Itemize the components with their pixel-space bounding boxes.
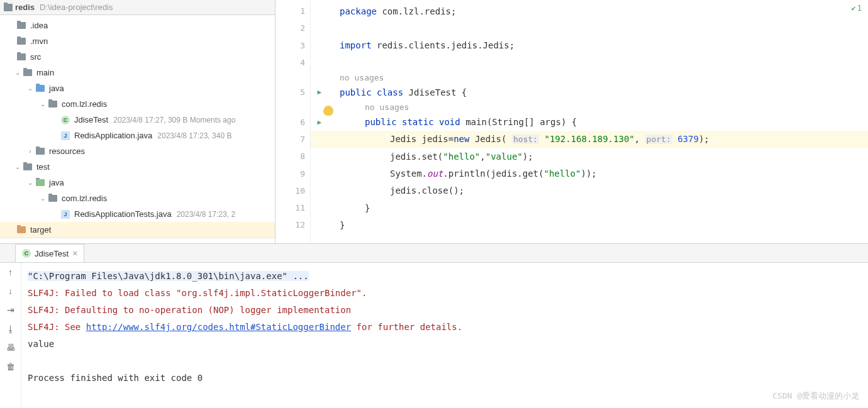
- tree-item-test-java[interactable]: ⌄java: [0, 175, 275, 190]
- tree-item-idea[interactable]: .idea: [0, 18, 275, 33]
- line-number[interactable]: 5▶: [275, 84, 310, 101]
- tree-item-src[interactable]: src: [0, 49, 275, 65]
- source-folder-icon: [36, 85, 45, 92]
- console-line: "C:\Program Files\Java\jdk1.8.0_301\bin\…: [28, 271, 309, 281]
- breadcrumb-name: redis: [15, 3, 35, 12]
- project-tree-panel: redis D:\idea-project\redis .idea .mvn s…: [0, 0, 275, 243]
- print-icon[interactable]: 🖶: [5, 342, 16, 353]
- line-number[interactable]: 9: [275, 165, 310, 182]
- console-line: SLF4J: Failed to load class "org.slf4j.i…: [28, 285, 862, 302]
- folder-icon: [17, 38, 26, 45]
- tree-item-test-package[interactable]: ⌄com.lzl.redis: [0, 190, 275, 206]
- run-toolbar: ↑ ↓ ⇥ ⭳ 🖶 🗑: [0, 263, 21, 408]
- folder-icon: [17, 53, 26, 60]
- line-number[interactable]: 4: [275, 54, 310, 71]
- run-tab-label: JdiseTest: [35, 249, 69, 258]
- folder-icon: [4, 4, 13, 11]
- resources-folder-icon: [36, 148, 45, 155]
- scroll-up-icon[interactable]: ↑: [5, 267, 16, 278]
- scroll-down-icon[interactable]: ↓: [5, 285, 16, 297]
- console-output[interactable]: "C:\Program Files\Java\jdk1.8.0_301\bin\…: [21, 263, 868, 408]
- project-tree[interactable]: .idea .mvn src ⌄main ⌄java ⌄com.lzl.redi…: [0, 15, 275, 241]
- tree-item-test[interactable]: ⌄test: [0, 159, 275, 175]
- test-folder-icon: [36, 179, 45, 186]
- intention-bulb-icon[interactable]: [323, 106, 333, 116]
- console-line: Process finished with exit code 0: [28, 370, 862, 387]
- java-file-icon: J: [61, 210, 70, 219]
- clear-icon[interactable]: 🗑: [5, 361, 16, 372]
- close-icon[interactable]: ×: [72, 248, 77, 258]
- target-folder-icon: [17, 226, 26, 233]
- line-number[interactable]: 11: [275, 199, 310, 216]
- chevron-down-icon[interactable]: ⌄: [14, 69, 21, 76]
- line-number[interactable]: 7: [275, 131, 310, 148]
- console-line: value: [28, 336, 862, 353]
- line-number[interactable]: 8: [275, 148, 310, 165]
- console-line: SLF4J: See http://www.slf4j.org/codes.ht…: [28, 319, 862, 336]
- usage-hint[interactable]: no usages: [311, 101, 868, 113]
- usage-hint[interactable]: no usages: [311, 71, 868, 84]
- java-file-icon: J: [61, 131, 70, 140]
- problems-indicator[interactable]: ✔ 1: [852, 4, 862, 13]
- code-area[interactable]: ✔ 1 package com.lzl.redis; import redis.…: [311, 0, 868, 243]
- breadcrumb-path: D:\idea-project\redis: [40, 3, 113, 12]
- tree-item-main[interactable]: ⌄main: [0, 65, 275, 80]
- tree-item-target[interactable]: target: [0, 222, 275, 238]
- package-icon: [48, 101, 57, 108]
- chevron-down-icon[interactable]: ⌄: [26, 85, 34, 92]
- chevron-right-icon[interactable]: ›: [26, 148, 34, 155]
- console-line: [28, 353, 862, 370]
- chevron-down-icon[interactable]: ⌄: [26, 179, 34, 186]
- line-number[interactable]: 12: [275, 216, 310, 233]
- run-tool-window: C JdiseTest × ↑ ↓ ⇥ ⭳ 🖶 🗑 "C:\Program Fi…: [0, 244, 868, 408]
- tree-item-redisapp[interactable]: JRedisApplication.java2023/4/8 17:23, 34…: [0, 128, 275, 143]
- folder-icon: [17, 22, 26, 29]
- soft-wrap-icon[interactable]: ⇥: [5, 304, 16, 316]
- package-icon: [48, 195, 57, 202]
- tree-item-jdisetest[interactable]: CJdiseTest2023/4/8 17:27, 309 B Moments …: [0, 112, 275, 128]
- folder-icon: [23, 163, 32, 170]
- run-tab-jdisetest[interactable]: C JdiseTest ×: [15, 244, 84, 262]
- line-number[interactable]: 2: [275, 19, 310, 36]
- watermark: CSDN @爱看动漫的小龙: [772, 387, 859, 404]
- folder-icon: [23, 69, 32, 76]
- editor-gutter[interactable]: 1 2 3 4 5▶ 6▶ 7 8 9 10 11 12: [275, 0, 311, 243]
- line-number[interactable]: 6▶: [275, 113, 310, 130]
- code-editor[interactable]: 1 2 3 4 5▶ 6▶ 7 8 9 10 11 12 ✔ 1 package…: [275, 0, 868, 243]
- console-line: SLF4J: Defaulting to no-operation (NOP) …: [28, 302, 862, 319]
- chevron-down-icon[interactable]: ⌄: [39, 101, 47, 108]
- breadcrumb[interactable]: redis D:\idea-project\redis: [0, 0, 275, 15]
- line-number[interactable]: 10: [275, 182, 310, 199]
- scroll-to-end-icon[interactable]: ⭳: [5, 323, 16, 334]
- run-tabs: C JdiseTest ×: [0, 244, 868, 263]
- class-icon: C: [61, 116, 70, 124]
- console-link[interactable]: http://www.slf4j.org/codes.html#StaticLo…: [86, 322, 351, 332]
- tree-item-mvn[interactable]: .mvn: [0, 33, 275, 49]
- class-icon: C: [22, 249, 31, 258]
- tree-item-java[interactable]: ⌄java: [0, 80, 275, 96]
- tree-item-redistests[interactable]: JRedisApplicationTests.java2023/4/8 17:2…: [0, 206, 275, 222]
- chevron-down-icon[interactable]: ⌄: [14, 163, 21, 170]
- line-number[interactable]: 1: [275, 3, 310, 19]
- tree-item-package[interactable]: ⌄com.lzl.redis: [0, 96, 275, 112]
- line-number[interactable]: 3: [275, 37, 310, 54]
- tree-item-resources[interactable]: ›resources: [0, 143, 275, 159]
- chevron-down-icon[interactable]: ⌄: [39, 195, 47, 202]
